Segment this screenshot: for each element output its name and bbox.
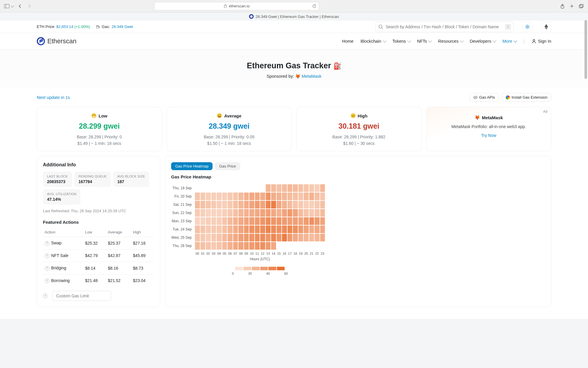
heatmap-cell[interactable] [255,242,260,250]
heatmap-cell[interactable] [249,209,255,217]
heatmap-cell[interactable] [271,217,276,225]
help-icon[interactable]: ? [45,253,49,258]
nav-more[interactable]: More [502,39,516,44]
install-extension-button[interactable]: Install Gas Extension [502,93,551,102]
heatmap-cell[interactable] [255,217,260,225]
heatmap-cell[interactable] [320,209,325,217]
heatmap-cell[interactable] [238,184,244,192]
heatmap-cell[interactable] [298,242,304,250]
sidebar-toggle[interactable] [4,4,13,8]
heatmap-cell[interactable] [320,242,325,250]
tab-gas-price[interactable]: Gas Price [215,162,240,170]
heatmap-cell[interactable] [287,200,293,209]
heatmap-cell[interactable] [255,192,260,200]
heatmap-cell[interactable] [309,209,315,217]
heatmap-cell[interactable] [320,184,325,192]
heatmap-cell[interactable] [244,192,249,200]
heatmap-cell[interactable] [303,225,309,233]
heatmap-cell[interactable] [244,225,249,233]
heatmap-cell[interactable] [216,217,222,225]
heatmap-cell[interactable] [298,209,304,217]
heatmap-cell[interactable] [271,225,276,233]
heatmap-cell[interactable] [303,200,309,209]
tab-heatmap[interactable]: Gas Price Heatmap [171,162,213,170]
heatmap-cell[interactable] [206,192,211,200]
sign-in-button[interactable]: Sign In [532,39,551,44]
heatmap-cell[interactable] [249,192,255,200]
heatmap-cell[interactable] [314,217,320,225]
logo[interactable]: Etherscan [37,37,76,45]
heatmap-cell[interactable] [195,209,200,217]
heatmap-cell[interactable] [249,242,255,250]
heatmap-cell[interactable] [298,184,304,192]
heatmap-cell[interactable] [276,217,282,225]
heatmap-cell[interactable] [222,225,228,233]
heatmap-cell[interactable] [298,233,304,242]
heatmap-cell[interactable] [276,184,282,192]
heatmap-cell[interactable] [249,225,255,233]
gas-price-value[interactable]: 28.349 Gwei [112,24,133,29]
heatmap-cell[interactable] [227,242,233,250]
heatmap-cell[interactable] [244,184,249,192]
help-icon[interactable]: ? [45,279,49,283]
heatmap-cell[interactable] [265,209,271,217]
help-icon[interactable]: ? [43,294,48,298]
heatmap-cell[interactable] [238,233,244,242]
heatmap-cell[interactable] [216,225,222,233]
heatmap-cell[interactable] [293,217,298,225]
heatmap-cell[interactable] [271,184,276,192]
heatmap-cell[interactable] [276,209,282,217]
heatmap-cell[interactable] [303,184,309,192]
refresh-button[interactable] [312,4,316,8]
heatmap-cell[interactable] [195,200,200,209]
heatmap-cell[interactable] [216,242,222,250]
heatmap-cell[interactable] [206,209,211,217]
heatmap-cell[interactable] [227,217,233,225]
heatmap-cell[interactable] [293,184,298,192]
heatmap-cell[interactable] [216,200,222,209]
heatmap-cell[interactable] [200,184,206,192]
heatmap-cell[interactable] [260,192,265,200]
heatmap-cell[interactable] [200,242,206,250]
heatmap-cell[interactable] [244,209,249,217]
heatmap-cell[interactable] [303,242,309,250]
heatmap-cell[interactable] [320,192,325,200]
search-input[interactable] [386,24,503,29]
heatmap-cell[interactable] [265,184,271,192]
heatmap-cell[interactable] [244,200,249,209]
heatmap-cell[interactable] [211,209,217,217]
new-tab-button[interactable] [569,4,574,9]
heatmap-cell[interactable] [282,242,287,250]
heatmap-cell[interactable] [314,225,320,233]
heatmap-cell[interactable] [271,200,276,209]
heatmap-cell[interactable] [195,242,200,250]
heatmap-cell[interactable] [276,242,282,250]
heatmap-cell[interactable] [200,192,206,200]
heatmap-cell[interactable] [233,225,238,233]
heatmap-cell[interactable] [309,217,315,225]
heatmap-cell[interactable] [287,217,293,225]
heatmap-cell[interactable] [227,209,233,217]
heatmap-cell[interactable] [293,225,298,233]
heatmap-cell[interactable] [200,233,206,242]
heatmap-cell[interactable] [222,233,228,242]
heatmap-cell[interactable] [260,184,265,192]
heatmap-cell[interactable] [309,242,315,250]
custom-gas-input[interactable] [52,291,111,301]
heatmap-cell[interactable] [255,184,260,192]
heatmap-cell[interactable] [293,233,298,242]
heatmap-cell[interactable] [271,192,276,200]
nav-resources[interactable]: Resources [438,39,462,44]
eth-network-button[interactable] [541,22,551,32]
nav-tokens[interactable]: Tokens [392,39,410,44]
heatmap-cell[interactable] [287,242,293,250]
heatmap-cell[interactable] [271,209,276,217]
heatmap-cell[interactable] [238,225,244,233]
heatmap-cell[interactable] [238,209,244,217]
heatmap-cell[interactable] [260,242,265,250]
heatmap-cell[interactable] [216,192,222,200]
heatmap-cell[interactable] [282,217,287,225]
heatmap-cell[interactable] [276,200,282,209]
heatmap-cell[interactable] [200,225,206,233]
heatmap-cell[interactable] [314,242,320,250]
